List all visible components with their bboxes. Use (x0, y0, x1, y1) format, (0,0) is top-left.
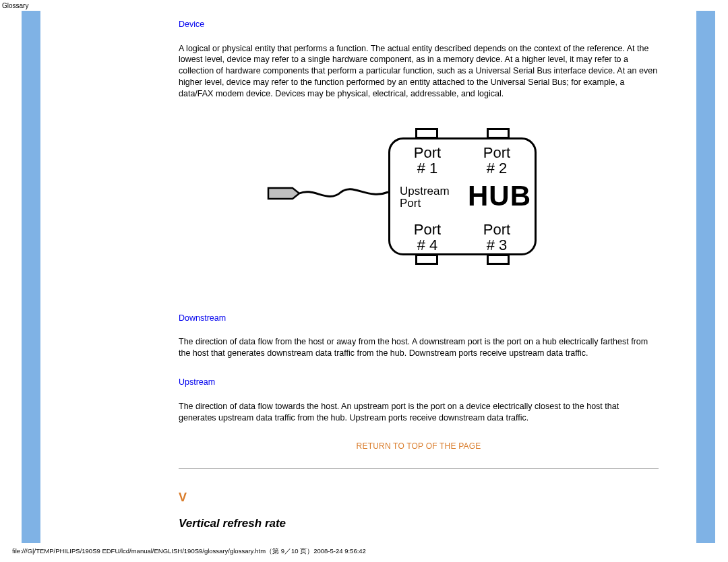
svg-marker-0 (268, 188, 299, 199)
term-upstream-definition: The direction of data flow towards the h… (179, 401, 659, 424)
port-tab-bottom-4 (415, 254, 438, 265)
diagram-hub-label: HUB (466, 181, 533, 211)
sidebar-accent-left (22, 11, 40, 543)
diagram-port3-label: Port # 3 (470, 222, 524, 253)
term-downstream-label: Downstream (179, 313, 659, 325)
return-to-top-link[interactable]: RETURN TO TOP OF THE PAGE (179, 441, 659, 452)
diagram-port2-label: Port # 2 (470, 145, 524, 176)
term-device-label: Device (179, 19, 659, 31)
hub-box: Port # 1 Port # 2 Upstream Port HUB Port… (388, 137, 537, 255)
section-title-vertical-refresh: Vertical refresh rate (179, 516, 659, 532)
upstream-cable-plug (267, 186, 302, 201)
diagram-port4-label: Port # 4 (404, 222, 451, 253)
term-downstream-definition: The direction of data flow from the host… (179, 336, 659, 359)
diagram-port1-label: Port # 1 (404, 145, 451, 176)
port-tab-bottom-3 (487, 254, 510, 265)
term-device-definition: A logical or physical entity that perfor… (179, 43, 659, 100)
footer-file-path: file:///G|/TEMP/PHILIPS/190S9 EDFU/lcd/m… (12, 547, 366, 555)
section-divider (179, 468, 659, 469)
page-header-label: Glossary (0, 0, 728, 13)
diagram-upstream-label: Upstream Port (400, 185, 467, 210)
section-letter-v: V (179, 489, 659, 506)
hub-diagram: Port # 1 Port # 2 Upstream Port HUB Port… (267, 117, 570, 276)
term-upstream-label: Upstream (179, 377, 659, 389)
glossary-content: Device A logical or physical entity that… (179, 16, 659, 532)
sidebar-accent-right (696, 11, 715, 543)
